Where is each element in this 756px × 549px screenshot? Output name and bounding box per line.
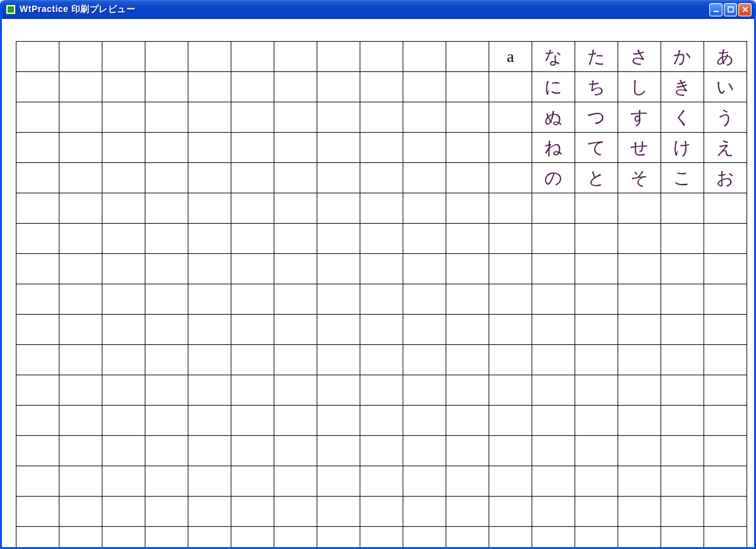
grid-cell [317,527,360,548]
grid-cell [16,133,59,163]
grid-cell [16,163,59,193]
grid-cell [274,527,317,548]
grid-cell [59,72,102,102]
grid-cell: か [661,42,704,72]
grid-cell [102,163,145,193]
grid-cell [446,406,489,436]
grid-cell [231,72,274,102]
titlebar[interactable]: WtPractice 印刷プレビュー [2,0,754,19]
grid-cell [317,406,360,436]
minimize-button[interactable] [709,3,722,16]
grid-cell [661,193,704,224]
grid-cell [661,466,704,497]
grid-cell [403,42,446,72]
grid-cell [16,224,59,254]
grid-cell [403,497,446,527]
grid-cell [704,466,747,497]
grid-cell [403,163,446,193]
grid-cell [317,133,360,163]
grid-cell [59,254,102,284]
grid-cell [102,436,145,466]
grid-cell [145,466,188,497]
grid-cell [446,284,489,315]
close-icon [741,6,749,13]
grid-cell [274,72,317,102]
grid-cell [360,133,403,163]
grid-cell [145,497,188,527]
grid-cell [532,466,575,497]
grid-cell [102,102,145,133]
grid-cell [102,375,145,406]
grid-cell [704,193,747,224]
grid-cell [661,406,704,436]
grid-cell: え [704,133,747,163]
grid-cell [231,497,274,527]
grid-cell [403,345,446,375]
maximize-button[interactable] [724,3,737,16]
grid-cell [661,345,704,375]
grid-cell [231,224,274,254]
grid-cell [59,345,102,375]
grid-cell [661,315,704,345]
grid-cell [704,406,747,436]
grid-cell [704,436,747,466]
grid-cell [403,193,446,224]
grid-cell [575,375,618,406]
grid-cell [188,254,231,284]
grid-cell [102,193,145,224]
grid-cell [231,466,274,497]
grid-cell [403,72,446,102]
grid-cell [231,527,274,548]
grid-cell [16,315,59,345]
grid-cell [575,406,618,436]
grid-cell [704,375,747,406]
window-title: WtPractice 印刷プレビュー [20,4,135,15]
grid-cell [661,527,704,548]
grid-cell [145,375,188,406]
grid-cell [489,133,532,163]
grid-cell [231,436,274,466]
grid-cell [231,375,274,406]
grid-cell [102,315,145,345]
grid-cell: の [532,163,575,193]
grid-cell [274,193,317,224]
grid-cell [274,466,317,497]
grid-cell [661,254,704,284]
grid-cell [446,72,489,102]
grid-cell [274,224,317,254]
grid-cell: い [704,72,747,102]
grid-cell [360,163,403,193]
grid-cell [661,224,704,254]
grid-cell [532,406,575,436]
grid-cell [489,466,532,497]
grid-cell [403,133,446,163]
grid-cell [274,254,317,284]
grid-cell: さ [618,42,661,72]
grid-cell: く [661,102,704,133]
print-preview-content: aなたさかあにちしきいぬつすくうねてせけえのとそこお [2,19,754,547]
grid-cell [618,527,661,548]
grid-cell [403,315,446,345]
grid-cell [145,163,188,193]
grid-cell [188,163,231,193]
grid-cell [102,345,145,375]
grid-cell [360,72,403,102]
grid-cell [102,42,145,72]
grid-cell: あ [704,42,747,72]
grid-cell: こ [661,163,704,193]
close-button[interactable] [738,3,752,16]
grid-cell [231,163,274,193]
grid-cell: き [661,72,704,102]
grid-cell [59,497,102,527]
grid-cell [59,193,102,224]
grid-cell [618,284,661,315]
grid-cell [360,284,403,315]
grid-cell [532,284,575,315]
grid-cell [16,466,59,497]
grid-cell: ぬ [532,102,575,133]
grid-cell [704,284,747,315]
app-icon [6,4,16,15]
grid-cell [188,527,231,548]
grid-cell [16,436,59,466]
grid-cell [102,254,145,284]
